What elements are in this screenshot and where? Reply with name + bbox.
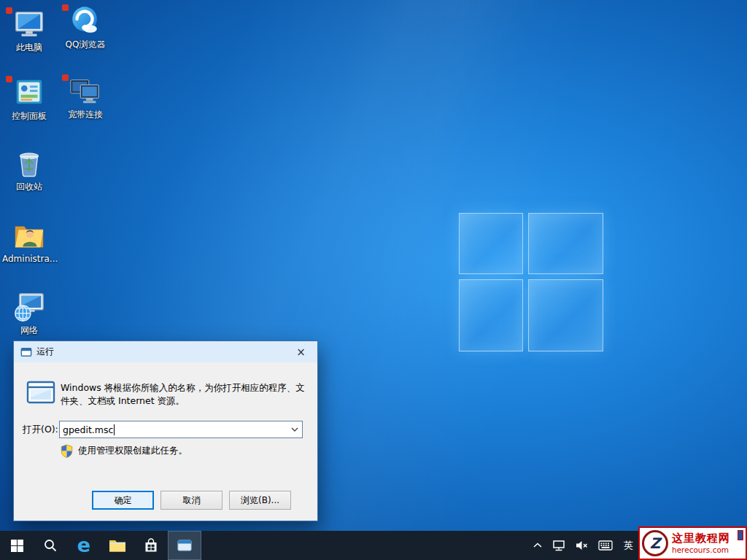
windows-logo-wallpaper xyxy=(459,213,604,352)
desktop-icon-administrator-folder[interactable]: Administra... xyxy=(2,219,56,265)
network-tray-button[interactable] xyxy=(551,531,567,560)
volume-muted-icon xyxy=(575,540,589,551)
broadband-connection-icon xyxy=(69,74,102,108)
screen: 此电脑 QQ浏览器 xyxy=(0,0,747,560)
recycle-bin-icon xyxy=(12,147,46,180)
this-pc-icon xyxy=(12,7,46,41)
start-button[interactable] xyxy=(0,531,34,560)
user-folder-icon xyxy=(12,219,46,252)
keyboard-icon xyxy=(598,540,613,551)
control-panel-icon xyxy=(12,76,46,109)
watermark-logo-letter: Z xyxy=(650,534,661,552)
desktop-icon-label: 回收站 xyxy=(16,182,42,192)
ime-indicator[interactable]: 英 xyxy=(621,531,636,560)
folder-icon xyxy=(109,538,126,553)
search-button[interactable] xyxy=(34,531,67,560)
close-button[interactable]: × xyxy=(285,341,317,362)
red-badge-icon xyxy=(62,4,69,11)
run-dialog-body: Windows 将根据你所输入的名称，为你打开相应的程序、文件夹、文档或 Int… xyxy=(14,362,317,521)
tray-expand-button[interactable] xyxy=(531,531,544,560)
taskbar: e xyxy=(0,531,747,560)
dialog-title: 运行 xyxy=(36,346,54,358)
run-app-icon xyxy=(26,380,55,405)
search-icon xyxy=(43,538,58,553)
uac-shield-icon xyxy=(61,444,73,458)
volume-tray-button[interactable] xyxy=(573,531,590,560)
watermark-title: 这里教程网 xyxy=(672,532,730,545)
logo-pane xyxy=(528,213,603,274)
desktop-icon-qq-browser[interactable]: QQ浏览器 xyxy=(58,4,112,50)
logo-pane xyxy=(528,279,603,351)
open-label: 打开(O): xyxy=(23,424,59,436)
desktop-icon-label: 宽带连接 xyxy=(68,110,103,120)
run-taskbar-button[interactable] xyxy=(168,531,201,560)
run-command-value: gpedit.msc xyxy=(63,424,113,435)
cancel-button[interactable]: 取消 xyxy=(160,491,222,510)
desktop-icon-label: Administra... xyxy=(2,254,56,265)
chevron-down-icon xyxy=(291,427,298,432)
red-badge-icon xyxy=(62,74,69,81)
combo-dropdown-button[interactable] xyxy=(287,421,302,438)
network-icon xyxy=(12,290,46,324)
logo-pane xyxy=(459,279,523,351)
watermark-seal xyxy=(738,530,743,540)
run-window-icon xyxy=(20,346,32,358)
watermark-url: herecours.com xyxy=(672,545,730,554)
desktop-icon-label: 此电脑 xyxy=(16,43,42,53)
run-dialog: 运行 × Windows 将根据你所输入的名称，为你打开相应的程序、文件夹、文档… xyxy=(13,341,318,521)
edge-button[interactable]: e xyxy=(67,531,101,560)
windows-logo-icon xyxy=(10,539,24,553)
edge-icon: e xyxy=(77,535,90,555)
desktop-icon-label: QQ浏览器 xyxy=(66,40,106,50)
red-badge-icon xyxy=(6,7,12,14)
desktop-icon-recycle-bin[interactable]: 回收站 xyxy=(2,147,56,192)
browse-button[interactable]: 浏览(B)... xyxy=(229,491,291,510)
touch-keyboard-button[interactable] xyxy=(597,531,614,560)
desktop-icon-network[interactable]: 网络 xyxy=(2,290,56,336)
run-command-input[interactable]: gpedit.msc xyxy=(59,421,303,438)
file-explorer-button[interactable] xyxy=(101,531,134,560)
store-button[interactable] xyxy=(134,531,168,560)
red-badge-icon xyxy=(6,76,12,82)
desktop-icon-control-panel[interactable]: 控制面板 xyxy=(2,76,56,122)
desktop-icon-label: 网络 xyxy=(20,326,38,336)
store-icon xyxy=(144,538,158,553)
ok-button[interactable]: 确定 xyxy=(92,491,154,510)
run-dialog-titlebar[interactable]: 运行 × xyxy=(14,341,317,362)
watermark-logo: Z xyxy=(642,530,668,556)
desktop-icon-broadband[interactable]: 宽带连接 xyxy=(58,74,112,120)
text-caret xyxy=(114,424,115,435)
desktop-icon-label: 控制面板 xyxy=(12,112,47,122)
admin-note: 使用管理权限创建此任务。 xyxy=(78,445,187,457)
logo-pane xyxy=(459,213,523,274)
watermark-text: 这里教程网 herecours.com xyxy=(672,532,730,553)
system-tray: 英 xyxy=(531,531,636,560)
ethernet-network-icon xyxy=(552,540,565,552)
chevron-up-icon xyxy=(533,542,543,549)
watermark: Z 这里教程网 herecours.com xyxy=(638,526,747,560)
close-icon: × xyxy=(296,346,306,359)
run-description: Windows 将根据你所输入的名称，为你打开相应的程序、文件夹、文档或 Int… xyxy=(61,381,307,408)
qq-browser-icon xyxy=(69,4,102,38)
desktop-icon-this-pc[interactable]: 此电脑 xyxy=(2,7,56,53)
run-window-icon xyxy=(177,538,193,553)
